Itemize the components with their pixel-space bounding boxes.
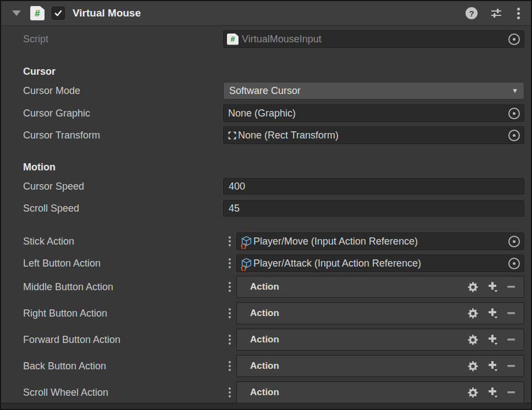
field-label: Forward Button Action (23, 334, 223, 346)
action-settings-gear-icon[interactable] (467, 387, 479, 398)
action-bar-title: Action (237, 281, 467, 292)
rect-transform-icon (228, 131, 237, 140)
foldout-arrow-icon[interactable] (12, 10, 21, 16)
cursor-graphic-object-field[interactable]: None (Graphic) (223, 104, 524, 122)
script-hash-glyph: # (35, 9, 40, 18)
row-cursor-transform: Cursor Transform None (Rect Transform) (1, 127, 524, 143)
property-kebab-icon[interactable] (223, 365, 236, 367)
action-bar: Action (236, 355, 524, 377)
action-settings-gear-icon[interactable] (467, 334, 479, 346)
action-settings-gear-icon[interactable] (467, 281, 479, 293)
field-label: Cursor Transform (23, 130, 223, 141)
add-binding-plus-icon[interactable] (487, 361, 498, 372)
property-kebab-icon[interactable] (223, 240, 236, 242)
object-value: Player/Attack (Input Action Reference) (252, 258, 504, 269)
check-icon (54, 9, 63, 18)
inspector-component-panel: # Virtual Mouse ? Script (0, 0, 532, 410)
script-value: VirtualMouseInput (241, 34, 504, 45)
add-binding-plus-icon[interactable] (487, 308, 498, 319)
row-middle-button-action: Middle Button Action Action (1, 276, 524, 298)
property-kebab-icon[interactable] (223, 286, 236, 288)
remove-minus-icon[interactable] (507, 312, 515, 314)
action-bar-title: Action (237, 308, 467, 319)
object-picker-icon[interactable] (508, 130, 520, 141)
cursor-speed-input[interactable] (223, 178, 524, 195)
dropdown-value: Software Cursor (224, 85, 512, 97)
row-script: Script # VirtualMouseInput (1, 31, 524, 47)
row-stick-action: Stick Action (1, 233, 524, 250)
field-label: Cursor Mode (23, 85, 223, 97)
action-bar-title: Action (237, 387, 467, 398)
input-action-asset-icon: {} (241, 258, 252, 269)
row-cursor-graphic: Cursor Graphic None (Graphic) (1, 105, 524, 121)
csharp-script-icon: # (227, 34, 239, 45)
action-bar: Action (236, 381, 524, 403)
kebab-menu-icon[interactable] (517, 12, 520, 15)
object-value: Player/Move (Input Action Reference) (252, 236, 504, 247)
presets-icon[interactable] (490, 7, 503, 19)
component-title: Virtual Mouse (73, 7, 465, 19)
section-title-cursor: Cursor (1, 66, 531, 77)
field-label: Script (23, 34, 223, 45)
action-bar-title: Action (237, 334, 467, 345)
add-binding-plus-icon[interactable] (487, 281, 498, 292)
enabled-checkbox[interactable] (52, 7, 65, 20)
action-settings-gear-icon[interactable] (467, 308, 479, 319)
stick-action-object-field[interactable]: {} Player/Move (Input Action Reference) (236, 232, 524, 250)
row-scroll-speed: Scroll Speed (1, 200, 524, 217)
help-icon[interactable]: ? (465, 7, 478, 19)
script-object-field: # VirtualMouseInput (223, 30, 524, 48)
left-button-action-object-field[interactable]: {} Player/Attack (Input Action Reference… (236, 254, 524, 272)
object-value: None (Rect Transform) (237, 130, 504, 141)
remove-minus-icon[interactable] (507, 286, 515, 288)
property-kebab-icon[interactable] (223, 339, 236, 341)
property-kebab-icon[interactable] (223, 312, 236, 314)
row-scroll-wheel-action: Scroll Wheel Action Action (1, 381, 524, 403)
row-cursor-mode: Cursor Mode Software Cursor ▼ (1, 82, 524, 99)
field-label: Left Button Action (23, 258, 223, 269)
field-label: Cursor Graphic (23, 108, 223, 119)
object-picker-icon[interactable] (508, 236, 520, 247)
action-settings-gear-icon[interactable] (467, 361, 479, 372)
field-label: Scroll Wheel Action (23, 387, 223, 398)
property-kebab-icon[interactable] (223, 262, 236, 264)
component-body: Script # VirtualMouseInput Cursor Cursor… (1, 26, 531, 403)
remove-minus-icon[interactable] (507, 339, 515, 341)
field-label: Back Button Action (23, 361, 223, 372)
field-label: Stick Action (23, 236, 223, 247)
field-label: Middle Button Action (23, 281, 223, 293)
csharp-script-icon: # (30, 6, 45, 20)
row-left-button-action: Left Button Action (1, 255, 524, 272)
cursor-transform-object-field[interactable]: None (Rect Transform) (223, 126, 524, 144)
remove-minus-icon[interactable] (507, 391, 515, 394)
scroll-speed-input[interactable] (223, 200, 524, 217)
row-forward-button-action: Forward Button Action Action (1, 329, 524, 351)
object-picker-icon[interactable] (508, 258, 520, 269)
remove-minus-icon[interactable] (507, 365, 515, 367)
row-right-button-action: Right Button Action Action (1, 302, 524, 324)
input-action-asset-icon: {} (241, 236, 252, 247)
row-back-button-action: Back Button Action Action (1, 355, 524, 377)
chevron-down-icon: ▼ (512, 87, 524, 95)
row-cursor-speed: Cursor Speed (1, 178, 524, 195)
cursor-mode-dropdown[interactable]: Software Cursor ▼ (223, 82, 524, 99)
section-title-motion: Motion (1, 162, 531, 173)
action-bar: Action (236, 329, 524, 351)
add-binding-plus-icon[interactable] (487, 334, 498, 345)
object-picker-icon[interactable] (508, 108, 520, 119)
inspector-bottom-edge (1, 403, 531, 409)
object-picker-icon[interactable] (508, 34, 520, 45)
action-bar: Action (236, 302, 524, 324)
action-bar-title: Action (237, 361, 467, 372)
field-label: Cursor Speed (23, 181, 223, 192)
component-header: # Virtual Mouse ? (1, 1, 531, 26)
field-label: Right Button Action (23, 308, 223, 319)
action-bar: Action (236, 276, 524, 298)
add-binding-plus-icon[interactable] (487, 387, 498, 398)
object-value: None (Graphic) (224, 108, 504, 119)
property-kebab-icon[interactable] (223, 391, 236, 394)
field-label: Scroll Speed (23, 203, 223, 214)
